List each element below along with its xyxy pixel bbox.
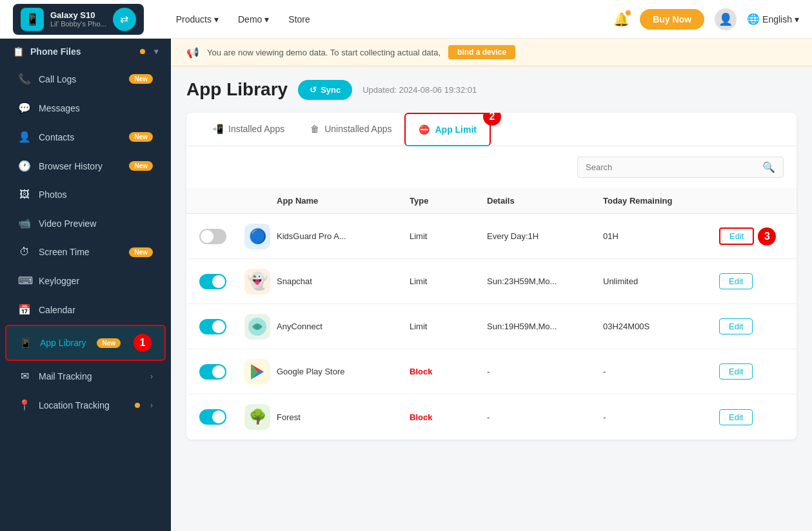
table-row: AnyConnect Limit Sun:19H59M,Mo... 03H24M… [186, 304, 797, 349]
tab-uninstalled-apps[interactable]: 🗑 Uninstalled Apps [297, 113, 404, 146]
call-logs-icon: 📞 [18, 73, 31, 85]
toggle-knob [201, 230, 213, 243]
page-header: App Library ↺ Sync Updated: 2024-08-06 1… [186, 79, 797, 100]
sidebar-item-mail-tracking[interactable]: ✉ Mail Tracking › [5, 362, 166, 390]
table-row: 👻 Snapchat Limit Sun:23H59M,Mo... Unlimi… [186, 259, 797, 304]
sidebar-item-video-preview[interactable]: 📹 Video Preview [5, 209, 166, 237]
action-cell: Edit 3 [719, 227, 784, 246]
sidebar-item-keylogger[interactable]: ⌨ Keylogger [5, 267, 166, 294]
sidebar: 📋 Phone Files ▾ 📞 Call Logs New 💬 Messag… [0, 39, 171, 531]
table-header: App Name Type Details Today Remaining [186, 188, 797, 214]
type-cell: Limit [410, 231, 487, 241]
app-icon-cell: 👻 [238, 269, 277, 294]
num-badge-3: 3 [758, 227, 776, 246]
nav-products[interactable]: Products ▾ [176, 14, 219, 24]
search-icon: 🔍 [762, 161, 775, 173]
num-badge-1: 1 [134, 334, 152, 352]
app-toggle[interactable] [199, 409, 226, 425]
toggle-cell [199, 319, 238, 334]
app-name-cell: Forest [277, 412, 410, 422]
app-toggle[interactable] [199, 319, 226, 334]
sync-icon: ↺ [310, 85, 317, 95]
type-cell: Block [410, 412, 487, 422]
device-name: Galaxy S10 [50, 10, 106, 20]
app-toggle[interactable] [199, 229, 226, 244]
topnav: 📱 Galaxy S10 Lil' Bobby's Pho... ⇄ Produ… [0, 0, 812, 39]
app-icon-cell: 🔵 [238, 224, 277, 249]
toggle-knob [212, 275, 225, 288]
app-library-card: 📲 Installed Apps 🗑 Uninstalled Apps ⛔ Ap… [186, 113, 797, 439]
contacts-icon: 👤 [18, 131, 31, 143]
edit-button[interactable]: Edit [719, 273, 753, 289]
sync-icon-btn[interactable]: ⇄ [113, 8, 136, 31]
tab-installed-apps[interactable]: 📲 Installed Apps [199, 113, 297, 146]
nav-center: Products ▾ Demo ▾ Store [176, 14, 600, 24]
num-badge-2: 2 [483, 113, 501, 126]
chevron-down-icon: ▾ [154, 47, 158, 56]
sidebar-item-photos[interactable]: 🖼 Photos [5, 181, 166, 208]
type-cell: Limit [410, 276, 487, 286]
remaining-cell: 03H24M00S [603, 322, 719, 331]
buy-now-button[interactable]: Buy Now [640, 9, 704, 30]
phone-files-header[interactable]: 📋 Phone Files ▾ [0, 39, 171, 64]
user-avatar[interactable]: 👤 [715, 8, 737, 30]
app-icon: 👻 [244, 269, 270, 294]
remaining-cell: 01H [603, 231, 719, 241]
tab-app-limit[interactable]: ⛔ App Limit 2 [404, 113, 491, 146]
screen-time-icon: ⏱ [18, 246, 31, 258]
col-icon [238, 196, 277, 206]
photos-icon: 🖼 [18, 189, 31, 200]
app-name-cell: KidsGuard Pro A... [277, 231, 410, 241]
edit-button[interactable]: Edit [719, 363, 753, 380]
device-sub: Lil' Bobby's Pho... [50, 20, 106, 28]
dot-badge [140, 49, 145, 54]
app-toggle[interactable] [199, 364, 226, 380]
app-icon-cell [238, 359, 277, 385]
video-preview-icon: 📹 [18, 217, 31, 229]
sidebar-item-contacts[interactable]: 👤 Contacts New [5, 123, 166, 151]
edit-button[interactable]: Edit [719, 227, 754, 245]
toggle-cell [199, 409, 238, 425]
details-cell: - [487, 367, 603, 376]
chevron-down-icon: ▾ [214, 14, 219, 24]
action-cell: Edit [719, 273, 784, 289]
keylogger-icon: ⌨ [18, 275, 31, 287]
details-cell: Sun:19H59M,Mo... [487, 322, 603, 331]
bind-device-button[interactable]: bind a device [448, 45, 515, 59]
edit-button[interactable]: Edit [719, 318, 753, 334]
bell-icon[interactable]: 🔔 [613, 12, 629, 27]
sidebar-item-call-logs[interactable]: 📞 Call Logs New [5, 65, 166, 93]
col-toggle [199, 196, 238, 206]
app-icon [244, 359, 270, 385]
device-info[interactable]: 📱 Galaxy S10 Lil' Bobby's Pho... ⇄ [13, 4, 144, 35]
app-icon: 🌳 [244, 404, 270, 430]
toggle-knob [212, 320, 225, 333]
details-cell: Sun:23H59M,Mo... [487, 276, 603, 286]
location-tracking-icon: 📍 [18, 399, 31, 411]
nav-store[interactable]: Store [288, 14, 310, 24]
installed-apps-icon: 📲 [212, 124, 223, 134]
main-layout: 📋 Phone Files ▾ 📞 Call Logs New 💬 Messag… [0, 39, 812, 531]
app-toggle[interactable] [199, 274, 226, 289]
table-row: 🔵 KidsGuard Pro A... Limit Every Day:1H … [186, 214, 797, 259]
search-input[interactable] [586, 162, 757, 172]
chevron-down-icon: ▾ [795, 14, 799, 24]
sidebar-item-browser-history[interactable]: 🕐 Browser History New [5, 152, 166, 180]
sidebar-item-app-library[interactable]: 📱 App Library New 1 [5, 325, 166, 361]
edit-button[interactable]: Edit [719, 409, 753, 425]
sync-button[interactable]: ↺ Sync [298, 80, 352, 100]
sidebar-item-calendar[interactable]: 📅 Calendar [5, 296, 166, 323]
remaining-cell: - [603, 412, 719, 422]
col-remaining: Today Remaining [603, 196, 719, 206]
toggle-cell [199, 364, 238, 380]
sidebar-item-location-tracking[interactable]: 📍 Location Tracking › [5, 391, 166, 419]
sidebar-item-screen-time[interactable]: ⏱ Screen Time New [5, 238, 166, 266]
updated-text: Updated: 2024-08-06 19:32:01 [362, 85, 477, 95]
toggle-cell [199, 274, 238, 289]
details-cell: - [487, 412, 603, 422]
sidebar-item-messages[interactable]: 💬 Messages [5, 94, 166, 122]
lang-selector[interactable]: 🌐 English ▾ [747, 13, 799, 25]
table-row: Google Play Store Block - - Edit [186, 349, 797, 394]
action-cell: Edit [719, 363, 784, 380]
nav-demo[interactable]: Demo ▾ [238, 14, 269, 24]
